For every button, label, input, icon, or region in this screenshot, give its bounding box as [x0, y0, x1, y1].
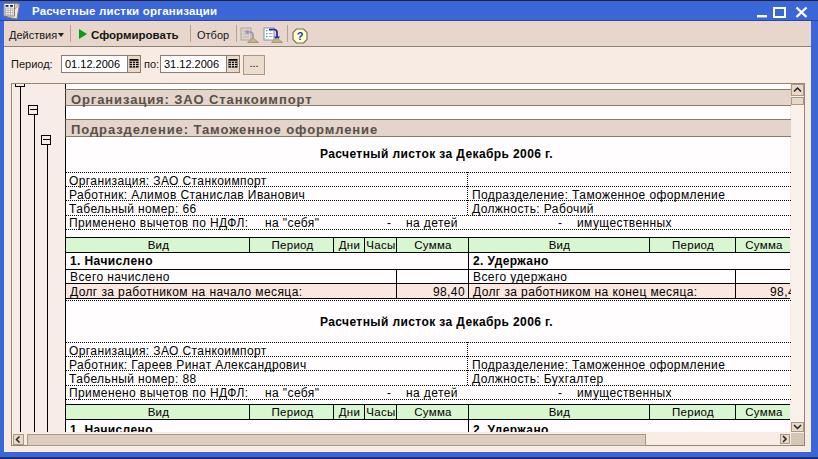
svg-text:?: ? [297, 30, 304, 42]
